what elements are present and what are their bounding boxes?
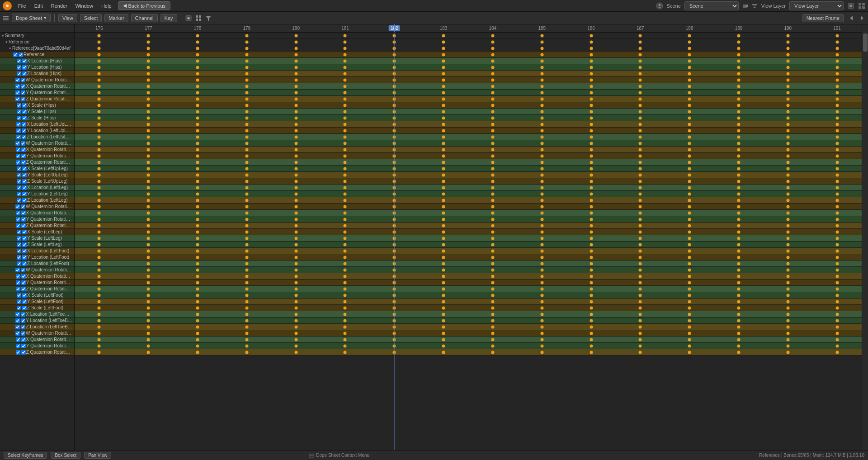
keyframe-row[interactable] [75, 349, 862, 356]
keyframe-dot[interactable] [639, 224, 642, 227]
keyframe-dot[interactable] [147, 243, 150, 246]
channel-row[interactable]: Y Location (LeftUpLeg) [0, 128, 74, 134]
keyframe-dot[interactable] [245, 59, 248, 62]
keyframe-dot[interactable] [245, 34, 248, 37]
keyframe-dot[interactable] [442, 300, 445, 303]
channel-row[interactable]: Y Scale (LeftFoot) [0, 299, 74, 305]
keyframe-dot[interactable] [245, 287, 248, 290]
keyframe-row[interactable] [75, 90, 862, 96]
keyframe-dot[interactable] [147, 167, 150, 170]
arrow-left-icon[interactable] [848, 14, 855, 22]
keyframe-dot[interactable] [442, 230, 445, 233]
keyframe-row[interactable] [75, 172, 862, 178]
keyframe-dot[interactable] [147, 211, 150, 214]
keyframe-dot[interactable] [639, 319, 642, 322]
keyframe-dot[interactable] [196, 249, 199, 252]
keyframe-dot[interactable] [688, 167, 691, 170]
keyframe-dot[interactable] [98, 148, 101, 151]
keyframe-dot[interactable] [245, 218, 248, 221]
keyframe-dot[interactable] [196, 344, 199, 347]
keyframe-dot[interactable] [786, 116, 789, 119]
keyframe-dot[interactable] [344, 97, 347, 100]
keyframe-dot[interactable] [590, 224, 593, 227]
keyframe-dot[interactable] [393, 66, 396, 69]
keyframe-row[interactable] [75, 45, 862, 52]
keyframe-dot[interactable] [835, 224, 839, 227]
channel-checkbox[interactable] [15, 325, 20, 329]
keyframe-dot[interactable] [294, 338, 297, 341]
keyframe-dot[interactable] [294, 249, 297, 252]
keyframe-dot[interactable] [245, 91, 248, 94]
keyframe-dot[interactable] [639, 148, 642, 151]
keyframe-dot[interactable] [786, 34, 789, 37]
keyframe-dot[interactable] [344, 268, 347, 271]
keyframe-dot[interactable] [835, 262, 839, 265]
keyframe-dot[interactable] [491, 135, 494, 138]
keyframe-dot[interactable] [393, 344, 396, 347]
keyframe-dot[interactable] [540, 218, 543, 221]
channel-row[interactable]: Z Location (LeftLeg) [0, 197, 74, 204]
channel-checkbox[interactable] [15, 331, 20, 336]
keyframe-dot[interactable] [491, 230, 494, 233]
keyframe-dot[interactable] [491, 34, 494, 37]
keyframe-dot[interactable] [147, 47, 150, 50]
keyframe-dot[interactable] [786, 110, 789, 113]
keyframe-dot[interactable] [196, 224, 199, 227]
keyframe-dot[interactable] [393, 173, 396, 176]
keyframe-dot[interactable] [442, 104, 445, 107]
keyframe-row[interactable] [75, 178, 862, 185]
keyframe-dot[interactable] [540, 237, 543, 240]
keyframe-dot[interactable] [344, 287, 347, 290]
keyframe-dot[interactable] [639, 338, 642, 341]
keyframe-dot[interactable] [835, 344, 839, 347]
keyframe-dot[interactable] [688, 344, 691, 347]
keyframe-dot[interactable] [245, 66, 248, 69]
keyframe-dot[interactable] [442, 180, 445, 183]
keyframe-dot[interactable] [639, 237, 642, 240]
keyframe-dot[interactable] [196, 72, 199, 75]
keyframe-dot[interactable] [737, 205, 740, 208]
keyframe-dot[interactable] [835, 281, 839, 284]
keyframe-dot[interactable] [540, 135, 543, 138]
keyframe-dot[interactable] [639, 116, 642, 119]
keyframe-dot[interactable] [590, 142, 593, 145]
channel-checkbox-2[interactable] [21, 325, 25, 329]
keyframe-dot[interactable] [639, 161, 642, 164]
keyframe-dot[interactable] [491, 192, 494, 195]
keyframe-dot[interactable] [737, 173, 740, 176]
keyframe-dot[interactable] [786, 59, 789, 62]
keyframe-dot[interactable] [786, 268, 789, 271]
channel-checkbox-2[interactable] [22, 236, 27, 241]
channel-checkbox[interactable] [16, 350, 20, 355]
keyframe-dot[interactable] [196, 199, 199, 202]
keyframe-row[interactable] [75, 210, 862, 216]
keyframe-dot[interactable] [98, 262, 101, 265]
keyframe-row[interactable] [75, 254, 862, 261]
keyframe-dot[interactable] [393, 104, 396, 107]
keyframe-row[interactable] [75, 134, 862, 140]
keyframe-dot[interactable] [393, 268, 396, 271]
channel-checkbox-2[interactable] [22, 59, 27, 63]
keyframe-dot[interactable] [245, 205, 248, 208]
keyframe-dot[interactable] [442, 351, 445, 354]
keyframe-dot[interactable] [835, 40, 839, 43]
keyframe-row[interactable] [75, 96, 862, 102]
view-layer-select[interactable]: View Layer [789, 1, 844, 10]
keyframe-dot[interactable] [344, 192, 347, 195]
keyframe-dot[interactable] [245, 123, 248, 126]
keyframe-dot[interactable] [245, 300, 248, 303]
keyframe-dot[interactable] [835, 268, 839, 271]
channel-checkbox-2[interactable] [22, 192, 27, 196]
keyframe-dot[interactable] [491, 268, 494, 271]
keyframe-dot[interactable] [393, 85, 396, 88]
keyframe-dot[interactable] [196, 34, 199, 37]
keyframe-row[interactable] [75, 248, 862, 254]
keyframe-dot[interactable] [688, 306, 691, 309]
keyframe-dot[interactable] [98, 313, 101, 316]
keyframe-dot[interactable] [540, 123, 543, 126]
keyframe-dot[interactable] [835, 256, 839, 259]
keyframe-dot[interactable] [147, 237, 150, 240]
keyframe-dot[interactable] [737, 47, 740, 50]
keyframe-dot[interactable] [786, 199, 789, 202]
keyframe-dot[interactable] [835, 116, 839, 119]
